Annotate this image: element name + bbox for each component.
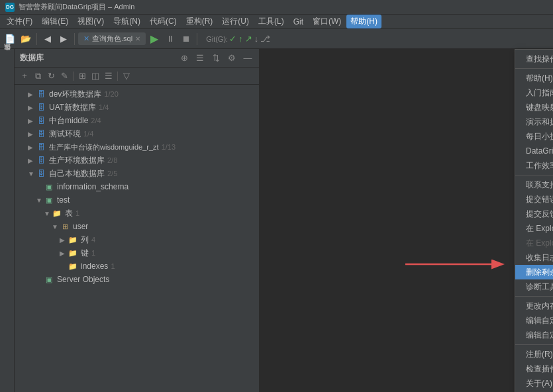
- list-item[interactable]: 📁 indexes 1: [15, 260, 259, 273]
- menu-option-collect-logs[interactable]: 收集日志和诊断数据: [515, 250, 553, 265]
- menu-option-check-updates[interactable]: 检查插件更新(C)...: [515, 362, 553, 376]
- db-tool-sep2: [117, 72, 118, 81]
- tree-arrow: ▶: [28, 91, 36, 98]
- menu-option-edit-vm[interactable]: 编辑自定义 VM 选项...: [515, 328, 553, 342]
- menu-tools[interactable]: 工具(L): [254, 15, 288, 28]
- db-tool-console[interactable]: ⊞: [76, 70, 88, 82]
- db-icon: 🗄: [36, 142, 46, 152]
- toolbar-back-btn[interactable]: ◀: [40, 32, 55, 46]
- git-update-icon[interactable]: ↑: [238, 34, 243, 44]
- edit-props-label: 编辑自定义属性...: [526, 315, 553, 326]
- folder-name: indexes: [81, 262, 108, 271]
- db-icon: 🗄: [36, 169, 46, 178]
- db-tool-add[interactable]: +: [19, 70, 30, 82]
- check-updates-label: 检查插件更新(C)...: [526, 364, 553, 375]
- menu-option-about[interactable]: 关于(A): [515, 376, 553, 391]
- git-label: Git(G):: [206, 35, 228, 43]
- sql-tab-close[interactable]: ✕: [135, 35, 140, 42]
- menu-option-help[interactable]: 帮助(H): [515, 71, 553, 85]
- db-panel-list-icon[interactable]: ☰: [194, 52, 206, 64]
- menu-option-contact[interactable]: 联系支持(S)...: [515, 177, 553, 192]
- toolbar-run-btn[interactable]: ▶: [147, 32, 162, 46]
- side-tab-database[interactable]: 数据库: [1, 52, 14, 60]
- list-item[interactable]: ▶ 📁 键 1: [15, 246, 259, 260]
- git-pull-icon[interactable]: ↓: [254, 34, 259, 44]
- git-branch-icon[interactable]: ⎇: [260, 34, 270, 44]
- sql-tab[interactable]: ✕ 查询角色.sql ✕: [78, 32, 146, 45]
- list-item[interactable]: ▼ 🗄 自己本地数据库 2/5: [15, 167, 259, 180]
- tree-arrow: ▶: [28, 117, 36, 124]
- menu-option-tip[interactable]: 每日小技巧(I): [515, 129, 553, 144]
- server-objects-label: Server Objects: [57, 275, 109, 284]
- menu-option-edit-props[interactable]: 编辑自定义属性...: [515, 313, 553, 328]
- db-panel-settings-icon[interactable]: ⚙: [226, 52, 238, 64]
- menu-option-feedback[interactable]: 提交反馈...(F): [515, 207, 553, 221]
- list-item[interactable]: ▶ 🗄 生产环境数据库 2/8: [15, 154, 259, 167]
- list-item[interactable]: ▶ 🗄 生产库中台读的wisdomguide_r_zt 1/13: [15, 140, 259, 154]
- folder-name: 键: [81, 248, 89, 259]
- menu-edit[interactable]: 编辑(E): [38, 15, 72, 28]
- toolbar: 📄 📂 ◀ ▶ ✕ 查询角色.sql ✕ ▶ ⏸ ⏹ Git(G): ✓ ↑ ↗…: [0, 29, 553, 49]
- db-name: 生产环境数据库: [49, 155, 105, 166]
- menu-option-delete-ide[interactable]: 删除剩余的 IDE 目录...: [515, 265, 553, 279]
- red-arrow: [405, 254, 511, 274]
- menu-option-diagnostic[interactable]: 诊断工具 ▶: [515, 279, 553, 294]
- db-tool-edit[interactable]: ✎: [58, 70, 70, 82]
- db-count: 1/13: [162, 143, 176, 151]
- menu-window[interactable]: 窗口(W): [309, 15, 345, 28]
- menu-help[interactable]: 帮助(H): [346, 15, 381, 28]
- list-item[interactable]: ▼ ⊞ user: [15, 220, 259, 233]
- menu-option-productivity[interactable]: 工作效率指南(P): [515, 158, 553, 173]
- list-item[interactable]: ▶ 🗄 中台middle 2/4: [15, 114, 259, 127]
- list-item[interactable]: ▶ 🗄 测试环境 1/4: [15, 127, 259, 140]
- schema-icon: ▣: [44, 195, 54, 205]
- db-panel-add-icon[interactable]: ⊕: [178, 52, 190, 64]
- menu-option-presentation[interactable]: 演示和抓屏(D): [515, 115, 553, 129]
- db-tool-copy[interactable]: ⧉: [32, 70, 44, 82]
- db-tool-filter[interactable]: ▽: [121, 70, 132, 82]
- menu-refactor[interactable]: 重构(R): [182, 15, 217, 28]
- menu-code[interactable]: 代码(C): [146, 15, 181, 28]
- folder-count: 4: [91, 236, 95, 244]
- menu-file[interactable]: 文件(F): [3, 15, 36, 28]
- menu-option-register[interactable]: 注册(R)...: [515, 347, 553, 362]
- keyboard-label: 键盘映射参考(K): [526, 102, 553, 113]
- db-panel-sort-icon[interactable]: ⇅: [210, 52, 222, 64]
- toolbar-stop-btn[interactable]: ⏹: [179, 32, 193, 46]
- toolbar-forward-btn[interactable]: ▶: [56, 32, 71, 46]
- toolbar-debug-btn[interactable]: ⏸: [163, 32, 177, 46]
- change-memory-label: 更改内存设置: [526, 301, 553, 312]
- list-item[interactable]: ▣ information_schema: [15, 180, 259, 193]
- db-tool-refresh[interactable]: ↻: [45, 70, 57, 82]
- list-item[interactable]: ▶ 📁 列 4: [15, 233, 259, 246]
- list-item[interactable]: ▣ Server Objects: [15, 273, 259, 286]
- menu-option-change-memory[interactable]: 更改内存设置: [515, 299, 553, 313]
- menu-option-getting-started[interactable]: 入门指南(G): [515, 85, 553, 100]
- list-item[interactable]: ▶ 🗄 dev环境数据库 1/20: [15, 87, 259, 101]
- db-tool-schema[interactable]: ◫: [89, 70, 101, 82]
- menu-option-show-log[interactable]: 在 Explorer 中显示日志: [515, 221, 553, 236]
- sql-tab-icon: ✕: [83, 34, 89, 43]
- list-item[interactable]: ▼ ▣ test: [15, 193, 259, 207]
- folder-icon: 📁: [52, 209, 62, 218]
- db-panel-close-icon[interactable]: —: [242, 52, 254, 64]
- menu-bar: 文件(F) 编辑(E) 视图(V) 导航(N) 代码(C) 重构(R) 运行(U…: [0, 15, 553, 29]
- menu-option-whats-new[interactable]: DataGrip中新增了什么 (N): [515, 144, 553, 158]
- db-tool-properties[interactable]: ☰: [103, 70, 115, 82]
- toolbar-new-btn[interactable]: 📄: [3, 32, 17, 46]
- menu-option-find-action[interactable]: 查找操作(F)... Ctrl+Shift+A: [515, 52, 553, 66]
- menu-option-submit-bug[interactable]: 提交错误报告...: [515, 192, 553, 207]
- menu-view[interactable]: 视图(V): [74, 15, 108, 28]
- server-objects-icon: ▣: [44, 275, 54, 284]
- git-push-icon[interactable]: ↗: [245, 34, 252, 44]
- list-item[interactable]: ▶ 🗄 UAT新数据库 1/4: [15, 101, 259, 114]
- menu-nav[interactable]: 导航(N): [109, 15, 144, 28]
- toolbar-open-btn[interactable]: 📂: [19, 32, 33, 46]
- menu-git[interactable]: Git: [289, 16, 307, 28]
- db-tree[interactable]: ▶ 🗄 dev环境数据库 1/20 ▶ 🗄 UAT新数据库 1/4 ▶ 🗄 中台…: [15, 85, 259, 392]
- git-check-icon[interactable]: ✓: [229, 34, 236, 44]
- menu-option-keyboard[interactable]: 键盘映射参考(K): [515, 100, 553, 115]
- db-panel-title: 数据库: [20, 52, 174, 64]
- list-item[interactable]: ▼ 📁 表 1: [15, 207, 259, 220]
- menu-run[interactable]: 运行(U): [218, 15, 253, 28]
